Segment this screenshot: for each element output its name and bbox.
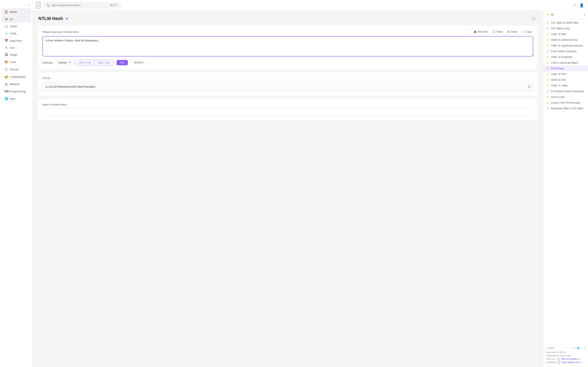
footer-check-icon[interactable]: ✓: [581, 347, 583, 350]
clear-button[interactable]: 🗑 Clear: [506, 30, 519, 34]
sidebar-item-all[interactable]: ⊞ All: [1, 16, 31, 23]
right-panel-item-json-schema[interactable]: ⚡ JSON To JSON Schema: [543, 37, 588, 43]
delimiter-row: Delimiter: (empty) comma space newline L…: [43, 60, 533, 65]
sidebar-item-text[interactable]: Tᵢ Text: [1, 45, 31, 51]
hex-format-button[interactable]: HEX: [117, 60, 128, 65]
rp-icon-yaml-xml: ⚡: [546, 33, 549, 36]
right-panel-item-ntlm-hash[interactable]: ⚡ NTLM Hash: [543, 66, 588, 71]
layout-toggle-button[interactable]: ⬜: [530, 16, 537, 21]
rp-icon-css-border: ⚡: [546, 90, 549, 93]
rp-icon-css-js: ⚡: [546, 61, 549, 64]
sidebar-item-home[interactable]: 🏠 Home: [1, 8, 31, 15]
paste-icon: 📋: [493, 30, 495, 33]
sidebar-item-color[interactable]: 🎨 Color: [1, 58, 31, 66]
upper-case-button[interactable]: Upper Case: [94, 60, 113, 65]
rp-icon-yaml-ts: ⚡: [546, 44, 549, 47]
cryptography-icon: 🔐: [4, 75, 8, 78]
rp-icon-tsv-sql: ⚡: [546, 27, 549, 30]
footer-action-icons: ⚙ 🌐 ✓ ▾: [573, 347, 585, 350]
right-panel-item-yaml-ts[interactable]: ⚡ YAML To TypeScript Interface: [543, 43, 588, 49]
right-panel-list: ⚡ TSV Table to JSON Table ⚡ TSV Table to…: [543, 19, 588, 344]
footer-feedback-link[interactable]: https://github.com/...: [562, 361, 582, 364]
footer-settings-icon[interactable]: ⚙: [573, 347, 576, 350]
rp-icon-ntlm-hash: ⚡: [546, 67, 549, 70]
sidebar-item-datetime[interactable]: 📅 Date/Time: [1, 37, 31, 44]
rp-icon-tsv-json: ⚡: [546, 21, 549, 24]
paste-button[interactable]: 📋 Paste: [491, 30, 504, 34]
copy-button[interactable]: 📄 Copy: [520, 30, 533, 34]
sidebar-item-json[interactable]: { } JSON: [1, 23, 31, 30]
share-button[interactable]: ↗: [572, 2, 577, 8]
star-button[interactable]: ★: [65, 16, 68, 21]
footer-published: Published at: 6 days ago: [546, 354, 585, 357]
read-file-button[interactable]: 📤 Read file: [472, 30, 489, 34]
page-title: NTLM Hash: [38, 16, 63, 21]
web-icon: 🌐: [4, 97, 8, 100]
input-actions: 📤 Read file 📋 Paste 🗑 Clear 📄: [472, 30, 533, 34]
comparer-input[interactable]: [43, 108, 533, 117]
home-button[interactable]: ⌂: [36, 2, 41, 8]
delimiter-select[interactable]: (empty) comma space newline: [56, 60, 73, 65]
search-icon: 🔍: [46, 4, 50, 7]
footer-tool-link[interactable]: https://t.he3app.co...: [561, 358, 581, 360]
sidebar-collapse-button[interactable]: «: [0, 2, 33, 8]
case-button-group: Lower Case Upper Case: [75, 60, 113, 65]
rp-icon-toml-yaml: ⚡: [546, 84, 549, 87]
right-panel-item-tsv-sql[interactable]: ⚡ TSV Table to SQL: [543, 26, 588, 31]
output-value: 3c231c07501ed5afe5671dd2f6a108cc: [45, 85, 96, 88]
rp-icon-markdown-tsv: ⚡: [546, 107, 549, 110]
output-copy-button[interactable]: ⧉: [527, 84, 531, 89]
sidebar-item-web[interactable]: 🌐 Web: [1, 95, 31, 102]
sidebar-item-yaml[interactable]: ≡ YAML: [1, 30, 31, 37]
encode-icon: ⟨⟩: [4, 67, 8, 71]
output-field: 3c231c07501ed5afe5671dd2f6a108cc ⧉: [43, 82, 533, 92]
right-panel: ⚡ All ▾ ⚡ TSV Table to JSON Table ⚡ TSV …: [543, 11, 588, 367]
text-input[interactable]: A Free, Modern Toolbox, Built for Develo…: [43, 36, 533, 57]
right-panel-item-curl-code[interactable]: ⚡ Curl to Code: [543, 94, 588, 100]
delimiter-label: Delimiter:: [43, 61, 54, 64]
footer-feedback-icon: 💬: [558, 361, 561, 364]
right-panel-header: ⚡ All ▾: [543, 11, 588, 19]
topbar: ⌂ 🔍 ⌘ + K ↗ 👤: [33, 0, 588, 11]
sidebar-item-cryptography[interactable]: 🔐 Cryptography: [1, 73, 31, 80]
search-bar: 🔍 ⌘ + K: [43, 2, 121, 8]
right-panel-item-yaml-props[interactable]: ⚡ YAML To Properties: [543, 54, 588, 60]
text-icon: Tᵢ: [4, 46, 8, 49]
version-number: 1.0.0: [548, 347, 554, 350]
right-panel-item-toml-yaml[interactable]: ⚡ TOML To YAML: [543, 83, 588, 89]
right-panel-item-css-border[interactable]: ⚡ CSS Border Radius Generator: [543, 89, 588, 94]
right-panel-item-css-js[interactable]: ⚡ CSS to Javascript Object: [543, 60, 588, 66]
base64-format-button[interactable]: BASE64: [131, 60, 146, 65]
profile-button[interactable]: 👤: [579, 2, 585, 8]
rp-icon-convert-encoding: ⚡: [546, 101, 549, 104]
input-label: Please input your content here:: [43, 30, 79, 33]
sidebar-item-programming[interactable]: ⌨ Programming: [1, 88, 31, 95]
footer-chevron-icon[interactable]: ▾: [584, 347, 585, 350]
rp-icon-yaml-props: ⚡: [546, 56, 549, 58]
sidebar-item-encode[interactable]: ⟨⟩ Encode: [1, 66, 31, 73]
datetime-icon: 📅: [4, 39, 8, 43]
input-label-row: Please input your content here: 📤 Read f…: [43, 30, 533, 34]
footer-feedback-row: Feedback: 💬 https://github.com/...: [546, 361, 585, 364]
right-panel-item-json-csv[interactable]: ⚡ JSON to CSV: [543, 77, 588, 83]
footer-globe-icon[interactable]: 🌐: [577, 347, 580, 350]
right-panel-item-convert-encoding[interactable]: ⚡ Convert Text File Encoding: [543, 100, 588, 106]
right-panel-chevron[interactable]: ▾: [584, 13, 585, 16]
right-panel-item-yaml-php[interactable]: ⚡ YAML To PHP: [543, 71, 588, 77]
input-section: Please input your content here: 📤 Read f…: [38, 25, 537, 69]
right-panel-item-yaml-xml[interactable]: ⚡ YAML To XML: [543, 31, 588, 37]
right-panel-item-color-palette[interactable]: ⚡ Color Palette Generator: [543, 49, 588, 54]
clear-icon: 🗑: [508, 30, 510, 33]
rp-icon-color-palette: ⚡: [546, 50, 549, 53]
topbar-actions: ↗ 👤: [572, 2, 585, 8]
right-panel-item-markdown-tsv[interactable]: ⚡ Markdown Table to TSV Table: [543, 106, 588, 111]
right-panel-item-tsv-json[interactable]: ⚡ TSV Table to JSON Table: [543, 20, 588, 26]
sidebar-item-image[interactable]: 🖼 Image: [1, 51, 31, 58]
footer-tool-link-row: Tool Link: 📋 https://t.he3app.co...: [546, 358, 585, 360]
search-input[interactable]: [51, 4, 92, 7]
main-area: ⌂ 🔍 ⌘ + K ↗ 👤 NTLM Hash ★ ⬜ Please input…: [33, 0, 588, 367]
color-icon: 🎨: [4, 60, 8, 64]
lower-case-button[interactable]: Lower Case: [75, 60, 94, 65]
sidebar-item-network[interactable]: 📡 Network: [1, 81, 31, 87]
sidebar: « 🏠 Home ⊞ All { } JSON ≡ YAML 📅 Date/Ti…: [0, 0, 33, 367]
